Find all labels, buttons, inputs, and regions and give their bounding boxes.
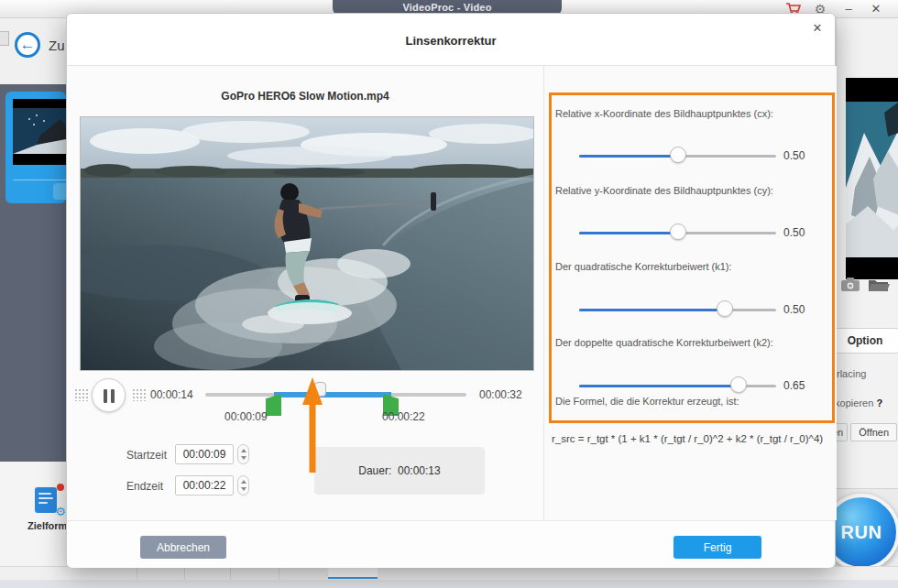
slider-label-k2: Der doppelte quadratische Korrekturbeiwe… xyxy=(555,337,827,348)
kopieren-label-partial: . kopieren ? xyxy=(829,397,882,408)
trim-start-time: 00:00:09 xyxy=(224,410,268,423)
trim-selection-range[interactable] xyxy=(274,392,391,397)
end-time-label: Endzeit xyxy=(126,480,163,493)
duration-label: Dauer: xyxy=(358,464,391,477)
preview-panel: GoPro HERO6 Slow Motion.mp4 xyxy=(67,66,543,520)
video-filename: GoPro HERO6 Slow Motion.mp4 xyxy=(67,90,543,103)
media-list-sidebar xyxy=(0,84,66,462)
target-format-label: Zielform xyxy=(27,520,67,531)
start-time-input[interactable] xyxy=(175,444,234,464)
formula-intro-label: Die Formel, die die Korrektur erzeugt, i… xyxy=(555,396,739,407)
slider-track[interactable] xyxy=(579,155,776,158)
done-button[interactable]: Fertig xyxy=(674,536,761,559)
slider-value-cx: 0.50 xyxy=(783,149,820,162)
dialog-title: Linsenkorrektur xyxy=(67,34,835,48)
trim-end-time: 00:00:22 xyxy=(382,410,425,423)
preview-mountain-image xyxy=(846,78,898,279)
slider-cy xyxy=(579,225,776,240)
notification-dot xyxy=(57,484,64,491)
duration-display: Dauer: 00:00:13 xyxy=(314,447,485,495)
trim-start-handle[interactable] xyxy=(266,394,281,416)
status-footer xyxy=(0,580,898,588)
slider-handle[interactable] xyxy=(717,300,733,317)
lens-correction-dialog: Linsenkorrektur ✕ GoPro HERO6 Slow Motio… xyxy=(66,13,836,568)
slider-value-k2: 0.65 xyxy=(783,379,820,392)
annotation-highlight-box xyxy=(549,93,835,423)
option-tab[interactable]: Option xyxy=(831,328,898,354)
target-format-icon[interactable]: ⚙ xyxy=(35,485,62,517)
dialog-footer: Abbrechen Fertig xyxy=(67,520,835,568)
total-time: 00:00:32 xyxy=(479,388,522,401)
slider-track[interactable] xyxy=(579,309,776,311)
cancel-button[interactable]: Abbrechen xyxy=(140,536,226,559)
slider-k2 xyxy=(579,378,776,393)
current-time: 00:00:14 xyxy=(150,388,193,401)
slider-track[interactable] xyxy=(579,232,776,234)
format-gear-icon: ⚙ xyxy=(55,505,66,518)
back-label: Zu xyxy=(49,38,65,53)
slider-handle[interactable] xyxy=(730,376,747,393)
video-thumbnail-selected[interactable] xyxy=(5,92,66,203)
duration-value: 00:00:13 xyxy=(398,464,441,477)
slider-handle[interactable] xyxy=(670,147,686,163)
slider-value-k1: 0.50 xyxy=(783,303,820,316)
target-format-area: ⚙ Zielform xyxy=(0,462,66,566)
active-cell-highlight xyxy=(328,567,378,579)
back-arrow-icon[interactable]: ← xyxy=(15,32,40,58)
thumbnail-image xyxy=(13,99,66,165)
snapshot-camera-icon[interactable] xyxy=(840,278,860,292)
slider-handle[interactable] xyxy=(670,223,686,240)
start-time-stepper[interactable] xyxy=(237,444,249,464)
window-close-button[interactable]: ✕ xyxy=(865,1,887,17)
right-panel-strip: Option rlacing . kopieren ? en Öffnen RU… xyxy=(836,18,898,579)
thumbnail-divider xyxy=(13,180,66,180)
dialog-close-icon[interactable]: ✕ xyxy=(809,20,826,37)
deinterlacing-label-partial: rlacing xyxy=(837,368,866,379)
bottom-info-row xyxy=(0,566,898,580)
toolbar-back-area: ← Zu xyxy=(0,18,66,84)
video-preview[interactable] xyxy=(80,116,534,371)
help-question-mark[interactable]: ? xyxy=(876,397,882,408)
offnen-button[interactable]: Öffnen xyxy=(850,423,897,441)
slider-label-cx: Relative x-Koordinate des Bildhauptpunkt… xyxy=(555,108,827,119)
slider-cx xyxy=(579,148,776,163)
slider-label-cy: Relative y-Koordinate des Bildhauptpunkt… xyxy=(555,185,827,196)
minimize-button[interactable]: – xyxy=(838,1,859,17)
open-folder-icon[interactable] xyxy=(868,278,890,292)
collapsed-tab-stub xyxy=(0,31,9,46)
end-time-stepper[interactable] xyxy=(237,475,249,495)
slider-value-cy: 0.50 xyxy=(783,226,820,239)
playhead-marker[interactable] xyxy=(314,382,326,397)
end-time-input[interactable] xyxy=(175,475,234,495)
drag-grip-icon xyxy=(132,388,146,401)
timeline-track[interactable] xyxy=(205,393,466,397)
dialog-header: Linsenkorrektur ✕ xyxy=(67,14,835,66)
formula-text: r_src = r_tgt * (1 + k1 * (r_tgt / r_0)^… xyxy=(552,431,827,447)
slider-label-k1: Der quadratische Korrekturbeiwert (k1): xyxy=(555,261,827,272)
videoproc-app-window: VideoProc - Video ⚙ – ✕ ← Zu xyxy=(0,0,898,588)
slider-k1 xyxy=(579,302,776,317)
drag-grip-icon xyxy=(74,388,88,401)
start-time-label: Startzeit xyxy=(126,449,167,462)
slider-track[interactable] xyxy=(579,385,776,387)
pause-button[interactable] xyxy=(92,378,126,412)
lens-controls-panel: Relative x-Koordinate des Bildhauptpunkt… xyxy=(543,66,837,520)
